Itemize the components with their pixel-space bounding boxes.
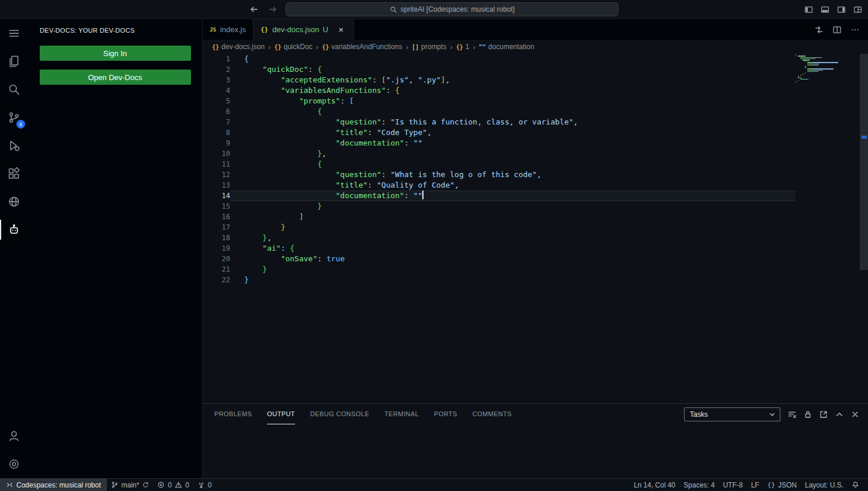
scrollbar-thumb[interactable] [860, 54, 868, 270]
run-debug-icon [8, 139, 20, 152]
panel-tab-output[interactable]: OUTPUT [267, 404, 295, 424]
command-center[interactable]: spriteAI [Codespaces: musical robot] [286, 2, 619, 16]
code-line-4[interactable]: 4 "variablesAndFunctions": { [203, 85, 796, 96]
output-channel-select[interactable]: Tasks [684, 407, 780, 421]
panel-tab-terminal[interactable]: TERMINAL [384, 404, 419, 424]
layout-sidebar-right-icon[interactable] [837, 5, 846, 14]
layout-controls [804, 5, 862, 14]
nav-forward-button[interactable] [268, 5, 277, 14]
code-line-17[interactable]: 17 } [203, 222, 796, 233]
panel-tab-debug-console[interactable]: DEBUG CONSOLE [310, 404, 369, 424]
activity-bar: 5 [0, 19, 28, 478]
close-tab-icon[interactable]: × [336, 25, 346, 35]
activity-bar-item-explorer[interactable] [0, 47, 28, 75]
breadcrumb-separator: › [406, 43, 408, 51]
panel-action-lock-icon[interactable] [803, 410, 813, 419]
code-text: } [230, 275, 796, 285]
panel-action-clear-output-icon[interactable] [787, 410, 797, 419]
status-language-mode[interactable]: {}JSON [763, 479, 801, 491]
activity-bar-item-settings-gear[interactable] [0, 450, 28, 478]
activity-bar-item-search[interactable] [0, 75, 28, 103]
activity-bar-item-menu[interactable] [0, 19, 28, 47]
panel-action-open-in-editor-icon[interactable] [819, 410, 828, 419]
editor-tab-dev-docs.json[interactable]: {}dev-docs.jsonU× [254, 19, 354, 40]
breadcrumb-item-documentation[interactable]: ""documentation [479, 43, 534, 51]
code-line-14[interactable]: 14 "documentation": "" [203, 191, 796, 201]
sync-icon [142, 482, 149, 489]
code-lines: 1{2 "quickDoc": {3 "acceptedExtensions":… [203, 54, 796, 285]
activity-bar-item-dev-docs[interactable] [0, 216, 28, 244]
status-branch[interactable]: main* [107, 479, 154, 491]
code-line-10[interactable]: 10 }, [203, 148, 796, 159]
panel-tab-comments[interactable]: COMMENTS [473, 404, 512, 424]
breadcrumb-item-dev-docs.json[interactable]: {}dev-docs.json [212, 43, 265, 51]
code-text: "variablesAndFunctions": { [230, 85, 796, 96]
panel-action-close-icon[interactable] [850, 410, 860, 419]
code-line-7[interactable]: 7 "question": "Is this a function, class… [203, 117, 796, 127]
scm-badge: 5 [16, 120, 25, 129]
open-dev-docs-button[interactable]: Open Dev-Docs [40, 70, 191, 85]
code-line-20[interactable]: 20 "onSave": true [203, 254, 796, 264]
code-line-15[interactable]: 15 } [203, 201, 796, 212]
more-actions-icon[interactable] [850, 25, 860, 34]
status-ports[interactable]: 0 [193, 479, 216, 491]
layout-panel-icon[interactable] [821, 5, 829, 14]
editor-tab-index.js[interactable]: JSindex.js [203, 19, 254, 40]
panel-header: PROBLEMSOUTPUTDEBUG CONSOLETERMINALPORTS… [203, 404, 868, 424]
breadcrumb-item-1[interactable]: {}1 [456, 43, 470, 51]
breadcrumb-item-prompts[interactable]: []prompts [412, 43, 446, 51]
breadcrumb-item-quickDoc[interactable]: {}quickDoc [274, 43, 312, 51]
status-encoding[interactable]: UTF-8 [719, 479, 747, 491]
code-line-3[interactable]: 3 "acceptedExtensions": [".js", ".py"], [203, 75, 796, 85]
js-file-icon: JS [210, 27, 216, 33]
json-file-icon: {} [261, 26, 268, 33]
editor-scrollbar[interactable] [860, 54, 868, 403]
titlebar: spriteAI [Codespaces: musical robot] [0, 0, 868, 19]
code-line-5[interactable]: 5 "prompts": [ [203, 96, 796, 106]
code-line-13[interactable]: 13 "title": "Quality of Code", [203, 180, 796, 191]
code-line-9[interactable]: 9 "documentation": "" [203, 138, 796, 148]
activity-bar-item-remote-explorer[interactable] [0, 188, 28, 216]
status-remote[interactable]: Codespaces: musical robot [0, 479, 107, 491]
layout-customize-icon[interactable] [853, 5, 862, 14]
status-notifications[interactable] [848, 479, 863, 491]
code-line-16[interactable]: 16 ] [203, 212, 796, 222]
activity-bar-item-extensions[interactable] [0, 160, 28, 188]
code-line-8[interactable]: 8 "title": "Code Type", [203, 127, 796, 138]
open-changes-icon[interactable] [814, 25, 824, 34]
nav-back-button[interactable] [249, 5, 259, 14]
line-number: 14 [203, 191, 230, 201]
code-line-21[interactable]: 21 } [203, 264, 796, 275]
code-line-11[interactable]: 11 { [203, 159, 796, 170]
activity-bar-item-account[interactable] [0, 422, 28, 450]
layout-sidebar-left-icon[interactable] [804, 5, 813, 14]
code-line-1[interactable]: 1{ [203, 54, 796, 64]
code-text: { [230, 106, 796, 117]
line-number: 7 [203, 117, 230, 127]
status-bar-right: Ln 14, Col 40Spaces: 4UTF-8LF{}JSONLayou… [630, 479, 868, 491]
panel-tab-ports[interactable]: PORTS [434, 404, 457, 424]
line-number: 6 [203, 106, 230, 117]
code-line-22[interactable]: 22} [203, 275, 796, 285]
status-keyboard-layout[interactable]: Layout: U.S. [801, 479, 848, 491]
breadcrumb-item-variablesAndFunctions[interactable]: {}variablesAndFunctions [322, 43, 402, 51]
panel-tab-problems[interactable]: PROBLEMS [214, 404, 252, 424]
status-eol[interactable]: LF [747, 479, 763, 491]
panel-action-chevron-up-icon[interactable] [835, 410, 844, 419]
code-text: "title": "Code Type", [230, 127, 796, 138]
activity-bar-item-run-debug[interactable] [0, 132, 28, 160]
code-line-6[interactable]: 6 { [203, 106, 796, 117]
code-editor[interactable]: 1{2 "quickDoc": {3 "acceptedExtensions":… [203, 54, 868, 403]
code-line-12[interactable]: 12 "question": "What is the log o of thi… [203, 170, 796, 180]
code-line-19[interactable]: 19 "ai": { [203, 243, 796, 254]
status-problems[interactable]: 00 [153, 479, 193, 491]
status-cursor-position[interactable]: Ln 14, Col 40 [630, 479, 679, 491]
minimap[interactable] [796, 54, 860, 82]
split-editor-icon[interactable] [832, 25, 842, 34]
code-text: "documentation": "" [230, 138, 796, 148]
activity-bar-item-source-control[interactable]: 5 [0, 103, 28, 132]
status-indentation[interactable]: Spaces: 4 [679, 479, 718, 491]
code-line-2[interactable]: 2 "quickDoc": { [203, 64, 796, 75]
sign-in-button[interactable]: Sign In [40, 46, 191, 61]
code-line-18[interactable]: 18 }, [203, 233, 796, 243]
